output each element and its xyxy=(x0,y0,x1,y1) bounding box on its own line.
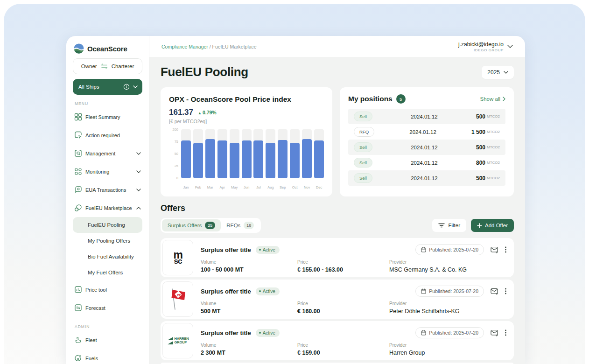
message-button[interactable] xyxy=(491,288,498,295)
filter-button[interactable]: Filter xyxy=(432,219,466,232)
position-date: 2024.01.12 xyxy=(372,145,476,150)
page-content: FuelEU Pooling 2025 OPX - OceanScore Poo… xyxy=(149,57,525,364)
app-window: OceanScore Owner Charterer All Ships MEN… xyxy=(66,36,525,364)
sidebar-item-monitoring[interactable]: Monitoring xyxy=(73,162,142,181)
more-options-button[interactable] xyxy=(505,329,506,336)
breadcrumb: Compliance Manager / FuelEU Marketplace xyxy=(161,44,257,49)
sidebar-subitem-fueleu-pooling[interactable]: FuelEU Pooling xyxy=(73,217,142,233)
price-value: € 159.00 xyxy=(297,350,389,356)
offer-card[interactable]: HARRENGROUP Surplus offer title Active xyxy=(161,321,514,360)
x-tick-label: Feb xyxy=(193,185,203,189)
sidebar-item-label: Forecast xyxy=(85,305,141,311)
more-options-button[interactable] xyxy=(505,246,506,253)
kebab-menu-icon xyxy=(505,246,506,253)
tab-label: RFQs xyxy=(226,223,240,228)
sidebar-subitem-my-fuel-offers[interactable]: My Fuel Offers xyxy=(73,265,142,280)
sidebar-item-forecast[interactable]: Forecast xyxy=(73,299,142,317)
sidebar-subitem-label: My Fuel Offers xyxy=(88,270,123,275)
position-tag: Sell xyxy=(354,173,372,183)
x-tick-label: Oct xyxy=(290,185,300,189)
provider-logo-peter-doehle: PD xyxy=(162,281,193,317)
info-icon[interactable] xyxy=(123,84,130,90)
price-label: Price xyxy=(297,259,389,265)
offer-title: Surplus offer title xyxy=(201,329,251,336)
sidebar-item-price-tool[interactable]: Price tool xyxy=(73,280,142,299)
price-index-chart: 2007550250 xyxy=(169,129,324,182)
toggle-owner-label[interactable]: Owner xyxy=(81,63,97,69)
price-index-card: OPX - OceanScore Pool Price index 161.37… xyxy=(161,87,332,196)
positions-list: Sell 2024.01.12 500 MTCO2 RFQ 2024.01.12… xyxy=(348,109,505,186)
bar-track xyxy=(181,129,191,178)
year-select[interactable]: 2025 xyxy=(482,66,514,79)
mail-icon xyxy=(491,246,498,253)
position-row[interactable]: Sell 2024.01.12 800 MTCO2 xyxy=(348,155,505,170)
user-menu[interactable]: j.zabicki@idego.io IDEGO GROUP xyxy=(458,41,513,52)
offer-card[interactable]: msc Surplus offer title Active Pub xyxy=(161,238,514,277)
tab-rfqs[interactable]: RFQs 18 xyxy=(221,219,259,231)
position-tag: Sell xyxy=(354,112,372,121)
bar xyxy=(230,143,239,178)
position-row[interactable]: Sell 2024.01.12 500 MTCO2 xyxy=(348,109,505,124)
bar xyxy=(253,140,263,178)
add-offer-button[interactable]: Add Offer xyxy=(471,219,514,232)
provider-logo-harren: HARRENGROUP xyxy=(162,323,193,358)
position-row[interactable]: RFQ 2024.01.12 1 500 MTCO2 xyxy=(348,124,505,140)
toggle-charterer-label[interactable]: Charterer xyxy=(112,63,134,69)
sidebar-item-label: EUA Transactions xyxy=(85,187,133,193)
sidebar-item-fuels[interactable]: Fuels xyxy=(73,349,142,364)
position-row[interactable]: Sell 2024.01.12 500 MTCO2 xyxy=(348,140,505,155)
sidebar-subitem-my-pooling-offers[interactable]: My Pooling Offers xyxy=(73,233,142,249)
chevron-down-icon xyxy=(136,170,141,173)
x-tick-label: Apr xyxy=(217,185,227,189)
sidebar-item-fueleu-marketplace[interactable]: FuelEU Marketplace xyxy=(73,199,142,217)
price-index-bars xyxy=(181,129,324,178)
provider-value: Harren Group xyxy=(389,350,506,356)
sidebar-item-fleet-summary[interactable]: Fleet Summary xyxy=(73,108,142,126)
price-index-value: 161.37 xyxy=(169,108,193,117)
admin-section-label: ADMIN xyxy=(75,324,142,329)
filter-icon xyxy=(438,223,445,228)
position-row[interactable]: Sell 2024.01.12 500 MTCO2 xyxy=(348,170,505,186)
bar-track xyxy=(314,129,324,178)
topbar: Compliance Manager / FuelEU Marketplace … xyxy=(149,36,525,57)
sidebar-item-label: FuelEU Marketplace xyxy=(85,205,133,211)
all-ships-dropdown[interactable]: All Ships xyxy=(73,79,142,95)
price-index-unit: [€ per MTCO2eq] xyxy=(169,119,324,124)
more-options-button[interactable] xyxy=(505,288,506,294)
owner-charterer-toggle[interactable]: Owner Charterer xyxy=(73,58,142,74)
eua-transactions-icon xyxy=(74,186,82,194)
sidebar-item-management[interactable]: Management xyxy=(73,144,142,162)
tab-count-badge: 18 xyxy=(244,222,254,229)
sidebar-subitem-label: Bio Fuel Availability xyxy=(88,254,134,259)
x-tick-label: Mar xyxy=(205,185,215,189)
offer-card[interactable]: PD Surplus offer title Active xyxy=(161,280,514,319)
position-date: 2024.01.12 xyxy=(374,129,471,135)
position-value: 1 500 xyxy=(471,129,485,135)
price-index-title: OPX - OceanScore Pool Price index xyxy=(169,95,324,104)
bar xyxy=(278,140,287,178)
published-date: Published: 2025-07-20 xyxy=(415,244,484,255)
breadcrumb-parent[interactable]: Compliance Manager xyxy=(161,44,208,49)
bar-track xyxy=(193,129,203,178)
sidebar-item-eua-transactions[interactable]: EUA Transactions xyxy=(73,181,142,199)
sidebar-item-label: Fleet Summary xyxy=(85,114,141,120)
status-badge: Active xyxy=(256,287,280,295)
tab-surplus-offers[interactable]: Surplus Offers 25 xyxy=(162,219,221,231)
show-all-link[interactable]: Show all xyxy=(480,96,505,102)
bar-track xyxy=(242,129,252,178)
sidebar-subitem-bio-fuel-availability[interactable]: Bio Fuel Availability xyxy=(73,249,142,265)
chevron-down-icon xyxy=(507,45,513,48)
status-dot-icon xyxy=(259,290,261,292)
pd-flag-logo: PD xyxy=(168,288,187,310)
published-date: Published: 2025-07-20 xyxy=(415,327,484,338)
chart-x-axis: JanFebMarAprMayJunJulAugSepOctNovDec xyxy=(169,185,324,189)
sidebar-item-action-required[interactable]: Action required xyxy=(73,126,142,144)
sidebar-item-fleet[interactable]: Fleet xyxy=(73,331,142,349)
price-tool-icon xyxy=(74,286,82,294)
offers-list: msc Surplus offer title Active Pub xyxy=(161,238,514,364)
volume-label: Volume xyxy=(201,343,297,348)
message-button[interactable] xyxy=(491,329,498,336)
plus-icon xyxy=(477,223,482,228)
menu-section-label: MENU xyxy=(75,101,142,106)
message-button[interactable] xyxy=(491,246,498,253)
